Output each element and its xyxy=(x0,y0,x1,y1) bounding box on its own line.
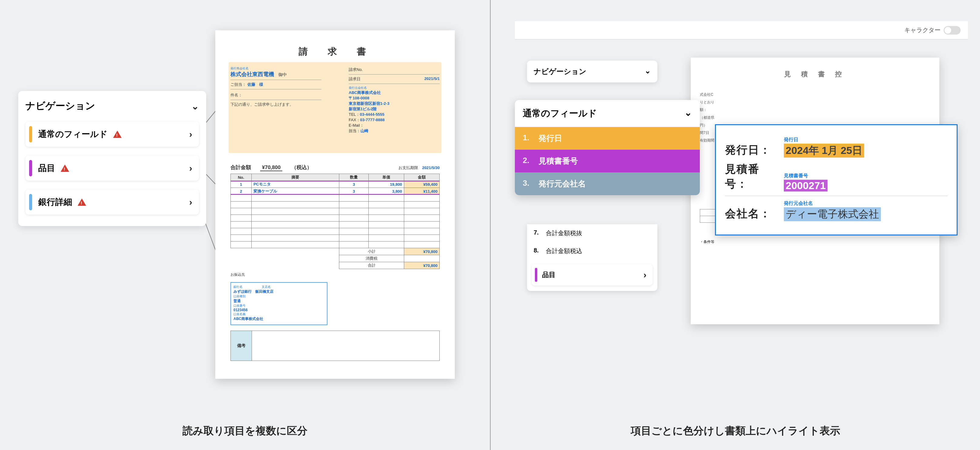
right-caption: 項目ごとに色分けし書類上にハイライト表示 xyxy=(631,424,840,438)
chevron-right-icon: › xyxy=(189,129,192,139)
table-row: 1 PCモニタ 3 19,800 ¥59,400 xyxy=(231,181,440,188)
warning-icon xyxy=(113,131,122,138)
nav-item-line-items[interactable]: 品目 › xyxy=(25,156,199,181)
color-bar-purple xyxy=(29,160,32,176)
quote-left-labels: 式会社C りとおり 額： （都道県 円） 間7日 有効期間 xyxy=(700,91,714,144)
nav-item-line-items[interactable]: 品目 › xyxy=(532,264,652,285)
nav-item-normal-fields[interactable]: 通常のフィールド › xyxy=(25,122,199,147)
field-subtotal[interactable]: 7.合計金額税抜 xyxy=(527,224,657,242)
right-panel: キャラクター ナビゲーション ⌄ 見 積 書 控 式会社C りとおり 額： （都… xyxy=(490,0,980,450)
character-toggle[interactable] xyxy=(943,26,961,35)
highlight-issue-date: 2024年 1月 25日 xyxy=(784,144,864,158)
navigation-mini[interactable]: ナビゲーション ⌄ xyxy=(527,60,657,82)
invoice-title: 請 求 書 xyxy=(215,30,455,58)
invoice-document: 請 求 書 発行先会社名 株式会社東西電機 御中 ご担当： 佐藤 様 件名： 下… xyxy=(215,30,455,379)
chevron-right-icon: › xyxy=(189,163,192,173)
warning-icon xyxy=(78,198,86,206)
bank-details-box: 銀行名 支店名 みずほ銀行 飯田橋支店 口座種別 普通 口座番号 0123456… xyxy=(231,282,328,325)
navigation-card: ナビゲーション ⌄ 通常のフィールド › 品目 › 銀行詳細 › xyxy=(18,91,206,226)
chevron-down-icon: ⌄ xyxy=(644,67,651,76)
field-quote-number[interactable]: 2. 見積書番号 xyxy=(515,150,700,173)
highlight-quote-number: 2000271 xyxy=(784,180,827,192)
field-issue-date[interactable]: 1. 発行日 xyxy=(515,127,700,150)
left-caption: 読み取り項目を複数に区分 xyxy=(183,424,307,438)
field-issuer[interactable]: 3. 発行元会社名 xyxy=(515,173,700,195)
items-table: No. 摘要 数量 単価 金額 1 PCモニタ 3 19,800 ¥59,400… xyxy=(231,174,440,269)
warning-icon xyxy=(60,165,69,172)
color-bar-orange xyxy=(29,126,32,143)
color-bar-purple xyxy=(535,268,537,282)
remark-box: 備考 xyxy=(231,331,440,361)
field-total[interactable]: 8.合計金額税込 xyxy=(527,242,657,260)
chevron-right-icon: › xyxy=(189,197,192,207)
highlight-callout: 発行日： 発行日 2024年 1月 25日 見積番号： 見積書番号 200027… xyxy=(715,124,958,236)
chevron-down-icon[interactable]: ⌄ xyxy=(191,101,199,111)
color-bar-blue xyxy=(29,194,32,210)
fields-tail: 7.合計金額税抜 8.合計金額税込 品目 › xyxy=(527,224,657,291)
chevron-down-icon[interactable]: ⌄ xyxy=(684,107,692,120)
highlight-issuer: ディー電子株式会社 xyxy=(784,207,881,221)
top-bar: キャラクター xyxy=(515,21,968,40)
nav-item-bank-details[interactable]: 銀行詳細 › xyxy=(25,190,199,214)
navigation-title: ナビゲーション ⌄ xyxy=(25,100,199,113)
chevron-right-icon: › xyxy=(643,270,646,280)
fields-card: 通常のフィールド ⌄ 1. 発行日 2. 見積書番号 3. 発行元会社名 xyxy=(515,100,700,195)
left-panel: ナビゲーション ⌄ 通常のフィールド › 品目 › 銀行詳細 › xyxy=(0,0,490,450)
table-row: 2 変換ケーブル 3 3,800 ¥11,400 xyxy=(231,188,440,195)
